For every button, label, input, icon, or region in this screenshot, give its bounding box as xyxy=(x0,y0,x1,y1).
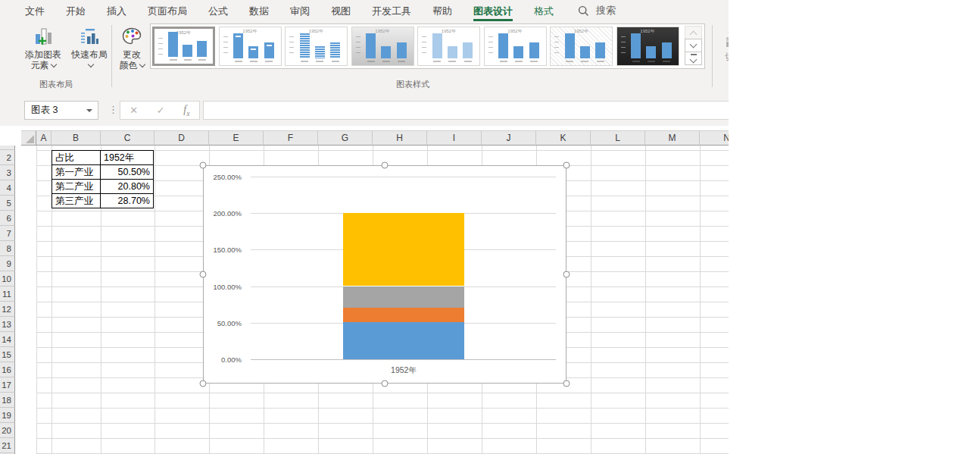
column-header-A[interactable]: A xyxy=(36,130,51,146)
row-header-14[interactable]: 14 xyxy=(0,332,15,347)
chart-resize-handle-se[interactable] xyxy=(563,380,570,387)
menu-tab-数据[interactable]: 数据 xyxy=(249,0,269,21)
bar-segment-series4[interactable] xyxy=(343,213,464,286)
chart-style-thumb-7[interactable]: 1952年 xyxy=(550,27,613,66)
gallery-more-icon xyxy=(691,54,697,63)
menu-tab-视图[interactable]: 视图 xyxy=(331,0,351,21)
row-header-8[interactable]: 8 xyxy=(0,241,15,256)
column-header-J[interactable]: J xyxy=(482,130,536,146)
chart-resize-handle-ne[interactable] xyxy=(563,162,570,169)
bar-segment-第二产业[interactable] xyxy=(343,307,464,322)
menu-tab-页面布局[interactable]: 页面布局 xyxy=(148,0,187,21)
change-colors-button[interactable]: 更改 颜色 xyxy=(115,25,148,70)
name-box-dropdown-icon[interactable] xyxy=(86,109,92,112)
cell-C2[interactable]: 1952年 xyxy=(101,151,154,165)
cell-B3[interactable]: 第一产业 xyxy=(52,165,101,180)
enter-icon[interactable]: ✓ xyxy=(157,105,165,116)
row-header-17[interactable]: 17 xyxy=(0,377,15,393)
menu-tab-格式[interactable]: 格式 xyxy=(534,0,554,21)
column-header-N[interactable]: N xyxy=(700,130,729,146)
row-header-11[interactable]: 11 xyxy=(0,286,15,302)
y-axis-label[interactable]: 0.00% xyxy=(204,355,242,364)
formula-input[interactable] xyxy=(203,101,729,120)
chart-style-thumb-1[interactable]: 1952年 xyxy=(152,27,215,66)
column-header-K[interactable]: K xyxy=(536,130,591,146)
row-header-20[interactable]: 20 xyxy=(0,423,15,438)
row-header-18[interactable]: 18 xyxy=(0,393,15,408)
menu-tab-帮助[interactable]: 帮助 xyxy=(432,0,452,21)
gallery-scroll-up-button[interactable] xyxy=(685,26,702,39)
y-axis-label[interactable]: 150.00% xyxy=(204,246,242,254)
chart-resize-handle-nw[interactable] xyxy=(200,162,207,169)
chart-resize-handle-n[interactable] xyxy=(382,162,389,169)
gallery-scroll-down-button[interactable] xyxy=(685,39,702,52)
row-header-12[interactable]: 12 xyxy=(0,302,15,317)
y-axis-label[interactable]: 100.00% xyxy=(204,283,242,291)
formula-bar-drag-dots[interactable]: ⋮ xyxy=(108,100,118,120)
name-box[interactable]: 图表 3 xyxy=(24,101,98,120)
cancel-icon[interactable]: ✕ xyxy=(130,105,138,116)
quick-layout-button[interactable]: 快速布局 xyxy=(68,25,111,70)
select-all-button[interactable] xyxy=(21,130,36,146)
cell-C4[interactable]: 20.80% xyxy=(101,180,154,194)
thumb-bars xyxy=(231,33,277,58)
chart-resize-handle-s[interactable] xyxy=(382,380,389,387)
row-header-3[interactable]: 3 xyxy=(0,165,15,180)
row-header-13[interactable]: 13 xyxy=(0,317,15,332)
menu-tab-开始[interactable]: 开始 xyxy=(66,0,86,21)
column-header-G[interactable]: G xyxy=(318,130,373,146)
bar-segment-第三产业[interactable] xyxy=(343,286,464,308)
column-header-D[interactable]: D xyxy=(154,130,209,146)
menu-tab-开发工具[interactable]: 开发工具 xyxy=(372,0,411,21)
gallery-more-button[interactable] xyxy=(685,52,702,65)
row-header-19[interactable]: 19 xyxy=(0,408,15,423)
y-axis-label[interactable]: 250.00% xyxy=(204,173,242,181)
cell-C5[interactable]: 28.70% xyxy=(101,194,154,208)
bar-segment-第一产业[interactable] xyxy=(343,322,464,359)
row-header-10[interactable]: 10 xyxy=(0,271,15,286)
row-header-21[interactable]: 21 xyxy=(0,438,15,453)
cell-B2[interactable]: 占比 xyxy=(52,151,101,165)
insert-function-icon[interactable]: fx xyxy=(183,104,189,117)
column-header-B[interactable]: B xyxy=(51,130,101,146)
column-header-E[interactable]: E xyxy=(209,130,264,146)
x-axis-category-label[interactable]: 1952年 xyxy=(343,365,464,376)
chart-resize-handle-w[interactable] xyxy=(200,271,207,278)
row-header-4[interactable]: 4 xyxy=(0,180,15,196)
row-header-16[interactable]: 16 xyxy=(0,362,15,377)
search-box[interactable]: 搜索 xyxy=(578,0,616,21)
y-axis-label[interactable]: 200.00% xyxy=(204,209,242,218)
cell-B5[interactable]: 第三产业 xyxy=(52,194,101,208)
chart-resize-handle-sw[interactable] xyxy=(200,380,207,387)
row-header-9[interactable]: 9 xyxy=(0,256,15,271)
column-header-F[interactable]: F xyxy=(264,130,318,146)
menu-tab-插入[interactable]: 插入 xyxy=(107,0,126,21)
column-header-L[interactable]: L xyxy=(591,130,645,146)
menu-tab-图表设计[interactable]: 图表设计 xyxy=(473,0,513,21)
chart-style-thumb-5[interactable]: 1952年 xyxy=(417,27,480,66)
chart-style-thumb-4[interactable]: 1952年 xyxy=(351,27,414,66)
add-chart-element-button[interactable]: 添加图表 元素 xyxy=(20,25,67,70)
switch-row-column-button[interactable]: 切换 xyxy=(715,25,729,64)
column-header-I[interactable]: I xyxy=(427,130,482,146)
row-header-7[interactable]: 7 xyxy=(0,226,15,241)
cell-C3[interactable]: 50.50% xyxy=(101,165,154,180)
chart-style-thumb-8[interactable]: 1952年 xyxy=(616,27,679,66)
chart-style-thumb-6[interactable]: 1952年 xyxy=(484,27,547,66)
row-header-6[interactable]: 6 xyxy=(0,211,15,226)
menu-tab-审阅[interactable]: 审阅 xyxy=(290,0,310,21)
y-axis-label[interactable]: 50.00% xyxy=(204,319,242,327)
row-header-15[interactable]: 15 xyxy=(0,347,15,362)
row-header-2[interactable]: 2 xyxy=(0,150,15,165)
chart-resize-handle-e[interactable] xyxy=(563,271,570,278)
column-header-C[interactable]: C xyxy=(101,130,154,146)
chart-object[interactable]: 250.00%200.00%150.00%100.00%50.00%0.00% … xyxy=(203,165,566,384)
column-header-H[interactable]: H xyxy=(373,130,427,146)
chart-style-thumb-3[interactable]: 1952年 xyxy=(285,27,348,66)
row-header-5[interactable]: 5 xyxy=(0,196,15,211)
cell-B4[interactable]: 第二产业 xyxy=(52,180,101,194)
column-header-M[interactable]: M xyxy=(645,130,700,146)
chart-style-thumb-2[interactable]: 1952年 xyxy=(219,27,282,66)
menu-tab-文件[interactable]: 文件 xyxy=(25,0,45,21)
menu-tab-公式[interactable]: 公式 xyxy=(208,0,228,21)
